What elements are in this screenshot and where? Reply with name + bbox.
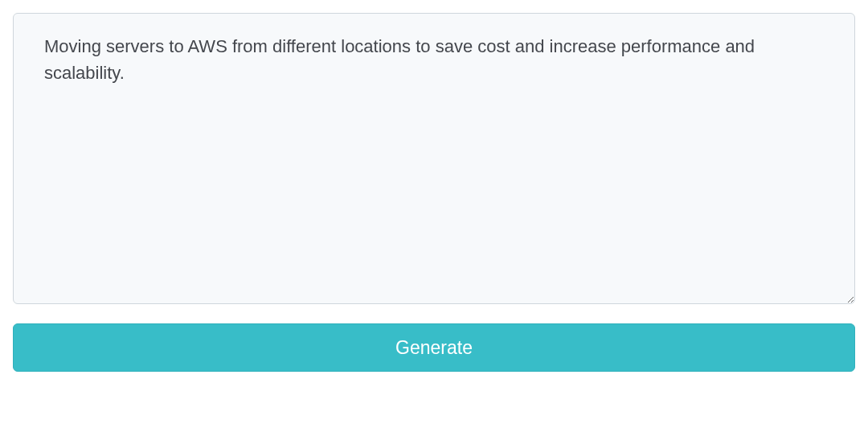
form-container: Generate xyxy=(13,13,855,372)
description-input[interactable] xyxy=(13,13,855,304)
generate-button[interactable]: Generate xyxy=(13,323,855,372)
